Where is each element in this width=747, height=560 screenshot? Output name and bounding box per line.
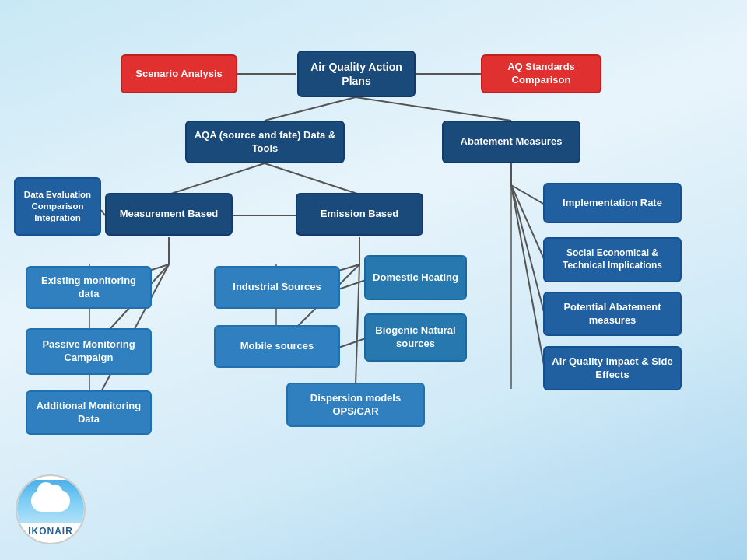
dispersion-models-box: Dispersion models OPS/CAR xyxy=(286,383,425,427)
svg-line-5 xyxy=(265,163,359,194)
svg-line-4 xyxy=(169,163,265,194)
existing-monitoring-box: Existing monitoring data xyxy=(26,266,152,309)
implementation-rate-box: Implementation Rate xyxy=(543,183,682,223)
svg-line-11 xyxy=(511,185,545,315)
aqa-data-tools-box: AQA (source and fate) Data & Tools xyxy=(185,121,345,163)
data-evaluation-box: Data Evaluation Comparison Integration xyxy=(14,177,101,236)
logo-cloud xyxy=(31,490,70,512)
social-economical-box: Social Economical & Technical Implicatio… xyxy=(543,237,682,282)
biogenic-natural-box: Biogenic Natural sources xyxy=(364,313,467,362)
logo-text: IKONAIR xyxy=(28,523,73,540)
emission-based-box: Emission Based xyxy=(296,193,423,236)
measurement-based-box: Measurement Based xyxy=(105,193,233,236)
svg-line-24 xyxy=(338,338,366,348)
logo-sky xyxy=(17,480,84,523)
industrial-sources-box: Industrial Sources xyxy=(214,266,340,309)
potential-abatement-box: Potential Abatement measures xyxy=(543,292,682,336)
mobile-sources-box: Mobile sources xyxy=(214,325,340,368)
svg-line-9 xyxy=(511,185,545,205)
ikonair-logo: IKONAIR xyxy=(16,474,86,544)
aq-standards-box: AQ Standards Comparison xyxy=(481,54,601,93)
svg-line-12 xyxy=(511,185,545,369)
diagram-container: Scenario Analysis Air Quality Action Pla… xyxy=(0,0,747,560)
abatement-measures-box: Abatement Measures xyxy=(442,121,580,163)
additional-monitoring-box: Additional Monitoring Data xyxy=(26,390,152,435)
svg-line-3 xyxy=(356,97,511,121)
scenario-analysis-box: Scenario Analysis xyxy=(121,54,237,93)
svg-line-10 xyxy=(511,185,545,261)
aq-action-plans-box: Air Quality Action Plans xyxy=(297,51,416,97)
svg-line-2 xyxy=(265,97,356,121)
passive-monitoring-box: Passive Monitoring Campaign xyxy=(26,328,152,375)
svg-line-25 xyxy=(356,264,359,385)
svg-line-23 xyxy=(338,280,366,289)
air-quality-impact-box: Air Quality Impact & Side Effects xyxy=(543,346,682,390)
domestic-heating-box: Domestic Heating xyxy=(364,255,467,300)
